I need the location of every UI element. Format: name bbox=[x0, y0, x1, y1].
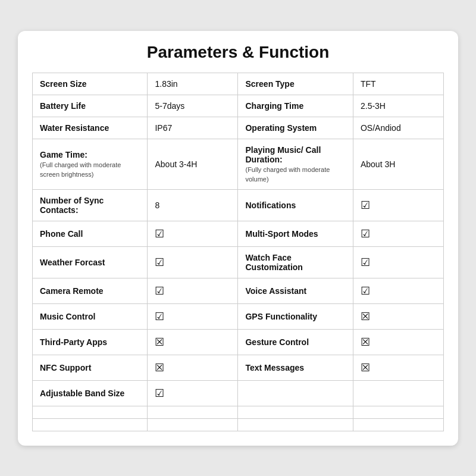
right-value-5 bbox=[353, 221, 443, 246]
page-title: Parameters & Function bbox=[32, 43, 444, 62]
table-row: Weather ForcastWatch Face Customization bbox=[33, 246, 444, 278]
right-label-3: Playing Music/ Call Duration:(Fully char… bbox=[238, 139, 353, 189]
right-value-7 bbox=[353, 278, 443, 303]
left-value-text: 8 bbox=[155, 201, 159, 210]
right-value-9 bbox=[353, 329, 443, 355]
right-label-11 bbox=[238, 380, 353, 406]
right-label-7: Voice Assistant bbox=[238, 278, 353, 303]
left-label-text: Screen Size bbox=[40, 79, 87, 89]
right-sublabel: (Fully charged with moderate volume) bbox=[245, 166, 330, 183]
right-label-1: Charging Time bbox=[238, 95, 353, 117]
right-label-10: Text Messages bbox=[238, 355, 353, 380]
right-label-2: Operating System bbox=[238, 117, 353, 139]
right-value-8 bbox=[353, 303, 443, 329]
left-value-0: 1.83in bbox=[148, 73, 238, 95]
left-label-3: Game Time:(Full charged with moderate sc… bbox=[33, 139, 148, 189]
left-label-text: Third-Party Apps bbox=[40, 337, 107, 347]
left-label-4: Number of Sync Contacts: bbox=[33, 189, 148, 221]
right-value-2: OS/Andiod bbox=[353, 117, 443, 139]
right-value-text: TFT bbox=[361, 79, 376, 89]
left-value-8 bbox=[148, 303, 238, 329]
right-value-13 bbox=[353, 418, 443, 431]
parameters-card: Parameters & Function Screen Size1.83inS… bbox=[18, 31, 458, 446]
right-label-text: Voice Assistant bbox=[245, 286, 306, 296]
right-label-9: Gesture Control bbox=[238, 329, 353, 355]
right-value-text: About 3H bbox=[361, 159, 395, 169]
left-label-10: NFC Support bbox=[33, 355, 148, 380]
table-row: Third-Party AppsGesture Control bbox=[33, 329, 444, 355]
right-label-0: Screen Type bbox=[238, 73, 353, 95]
table-row: Adjustable Band Size bbox=[33, 380, 444, 406]
table-row bbox=[33, 406, 444, 418]
left-label-text: Phone Call bbox=[40, 229, 83, 239]
right-label-text: Text Messages bbox=[245, 363, 304, 372]
check-no-icon bbox=[155, 336, 164, 348]
right-label-text: Charging Time bbox=[245, 101, 303, 111]
right-label-8: GPS Functionality bbox=[238, 303, 353, 329]
left-label-1: Battery Life bbox=[33, 95, 148, 117]
table-row: Number of Sync Contacts:8Notifications bbox=[33, 189, 444, 221]
left-value-text: IP67 bbox=[155, 123, 172, 133]
right-value-1: 2.5-3H bbox=[353, 95, 443, 117]
right-label-5: Multi-Sport Modes bbox=[238, 221, 353, 246]
left-label-text: Camera Remote bbox=[40, 286, 104, 296]
left-value-9 bbox=[148, 329, 238, 355]
left-label-text: Game Time: bbox=[40, 150, 87, 159]
table-row: NFC SupportText Messages bbox=[33, 355, 444, 380]
right-label-text: Screen Type bbox=[245, 79, 294, 89]
left-label-text: Weather Forcast bbox=[40, 258, 105, 267]
check-no-icon bbox=[155, 362, 164, 374]
left-label-6: Weather Forcast bbox=[33, 246, 148, 278]
check-yes-icon bbox=[155, 228, 164, 240]
right-label-text: Notifications bbox=[245, 201, 296, 210]
left-label-text: Adjustable Band Size bbox=[40, 389, 124, 398]
left-label-8: Music Control bbox=[33, 303, 148, 329]
check-no-icon bbox=[361, 311, 370, 322]
table-row: Camera RemoteVoice Assistant bbox=[33, 278, 444, 303]
right-value-12 bbox=[353, 406, 443, 418]
check-no-icon bbox=[361, 362, 370, 374]
right-value-10 bbox=[353, 355, 443, 380]
left-value-3: About 3-4H bbox=[148, 139, 238, 189]
left-label-text: Water Resistance bbox=[40, 123, 109, 133]
left-label-2: Water Resistance bbox=[33, 117, 148, 139]
right-value-3: About 3H bbox=[353, 139, 443, 189]
check-yes-icon bbox=[155, 387, 164, 399]
check-yes-icon bbox=[361, 256, 370, 268]
left-label-13 bbox=[33, 418, 148, 431]
left-label-7: Camera Remote bbox=[33, 278, 148, 303]
left-label-text: NFC Support bbox=[40, 363, 91, 372]
left-sublabel: (Full charged with moderate screen brigh… bbox=[40, 161, 121, 178]
right-label-text: Gesture Control bbox=[245, 337, 309, 347]
left-label-0: Screen Size bbox=[33, 73, 148, 95]
right-label-6: Watch Face Customization bbox=[238, 246, 353, 278]
left-label-text: Battery Life bbox=[40, 101, 86, 111]
check-yes-icon bbox=[155, 311, 164, 322]
right-value-11 bbox=[353, 380, 443, 406]
table-row: Music ControlGPS Functionality bbox=[33, 303, 444, 329]
right-label-text: Multi-Sport Modes bbox=[245, 229, 318, 239]
left-value-7 bbox=[148, 278, 238, 303]
table-row: Phone CallMulti-Sport Modes bbox=[33, 221, 444, 246]
check-yes-icon bbox=[155, 285, 164, 297]
check-no-icon bbox=[361, 336, 370, 348]
right-value-0: TFT bbox=[353, 73, 443, 95]
left-label-5: Phone Call bbox=[33, 221, 148, 246]
left-value-2: IP67 bbox=[148, 117, 238, 139]
left-value-text: About 3-4H bbox=[155, 159, 197, 169]
right-value-4 bbox=[353, 189, 443, 221]
check-yes-icon bbox=[361, 228, 370, 240]
left-value-6 bbox=[148, 246, 238, 278]
check-yes-icon bbox=[361, 285, 370, 297]
right-value-6 bbox=[353, 246, 443, 278]
left-label-12 bbox=[33, 406, 148, 418]
left-value-1: 5-7days bbox=[148, 95, 238, 117]
right-value-text: OS/Andiod bbox=[361, 123, 401, 133]
right-label-12 bbox=[238, 406, 353, 418]
left-label-9: Third-Party Apps bbox=[33, 329, 148, 355]
right-label-text: GPS Functionality bbox=[245, 312, 317, 321]
right-label-text: Operating System bbox=[245, 123, 317, 133]
left-value-11 bbox=[148, 380, 238, 406]
table-row: Game Time:(Full charged with moderate sc… bbox=[33, 139, 444, 189]
left-value-5 bbox=[148, 221, 238, 246]
